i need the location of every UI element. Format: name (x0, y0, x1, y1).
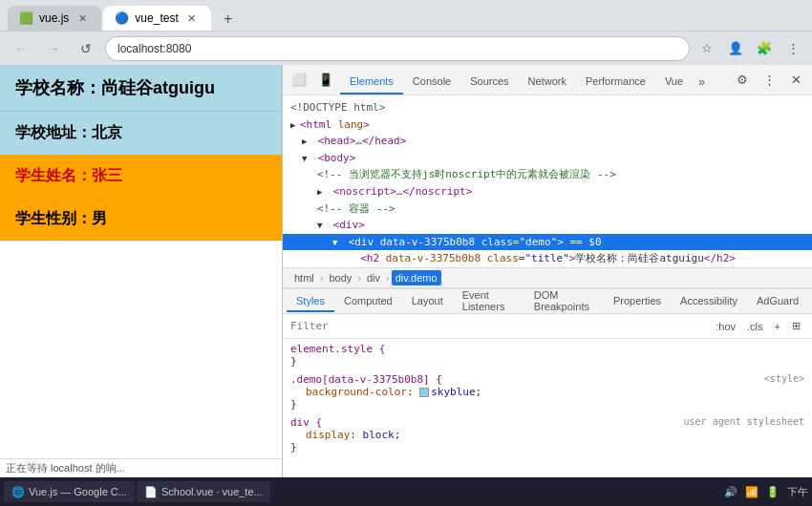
filter-actions: :hov .cls + ⊞ (712, 318, 804, 334)
taskbar-label-chrome: Vue.js — Google C... (29, 486, 127, 497)
tree-node-comment2: <!-- 容器 --> (283, 200, 812, 218)
sys-icon-sound[interactable]: 🔊 (724, 486, 737, 498)
tree-node-html[interactable]: ▶<html lang> (283, 116, 812, 134)
profile-icon[interactable]: 👤 (724, 37, 747, 60)
student-gender-label: 学生性别： (15, 210, 92, 226)
breadcrumb-body[interactable]: body (325, 270, 355, 285)
settings-icon[interactable]: ⋮ (781, 37, 804, 60)
extension-icon[interactable]: 🧩 (753, 37, 776, 60)
devtools-settings-button[interactable]: ⚙ (730, 68, 755, 93)
tree-node-div-outer[interactable]: ▼ <div> (283, 217, 812, 234)
more-tabs-button[interactable]: » (694, 69, 709, 95)
tab-network[interactable]: Network (519, 70, 576, 95)
taskbar-icon-chrome: 🌐 (11, 486, 25, 498)
tab-close-vuejs[interactable]: ✕ (75, 11, 90, 26)
device-toolbar-button[interactable]: 📱 (313, 68, 338, 93)
tree-node-doctype: <!DOCTYPE html> (283, 99, 812, 116)
tab-sources[interactable]: Sources (460, 70, 518, 95)
styles-tab-event-listeners[interactable]: Event Listeners (453, 285, 524, 318)
devtools-toolbar: ⬜ 📱 Elements Console Sources Network Per… (283, 65, 812, 95)
new-tab-button[interactable]: + (217, 8, 240, 31)
tab-favicon2: 🔵 (115, 11, 129, 25)
filter-add-button[interactable]: + (771, 319, 784, 334)
sys-icon-battery[interactable]: 🔋 (766, 486, 780, 498)
devtools-panel: ⬜ 📱 Elements Console Sources Network Per… (282, 65, 812, 506)
tab-bar: 🟩 vue.js ✕ 🔵 vue_test ✕ + (8, 0, 240, 31)
filter-cls-button[interactable]: .cls (743, 319, 767, 334)
tree-node-div-demo[interactable]: ▼ <div data-v-3375b0b8 class="demo"> == … (283, 234, 812, 251)
styles-filter-input[interactable] (290, 320, 708, 332)
student-gender-block: 学生性别：男 (0, 198, 282, 241)
reload-button[interactable]: ↺ (73, 35, 99, 62)
inspect-element-button[interactable]: ⬜ (287, 68, 311, 93)
html-tree: <!DOCTYPE html> ▶<html lang> ▶ <head>…</… (283, 95, 812, 267)
url-text: localhost:8080 (118, 42, 191, 55)
tab-performance[interactable]: Performance (576, 70, 655, 95)
tab-title: vue.js (39, 11, 69, 25)
styles-tab-adguard[interactable]: AdGuard (747, 291, 808, 312)
url-bar[interactable]: localhost:8080 (105, 36, 690, 61)
devtools-tabs: Elements Console Sources Network Perform… (340, 66, 728, 95)
styles-filter-bar: :hov .cls + ⊞ (283, 314, 812, 339)
bookmark-icon[interactable]: ☆ (695, 37, 718, 60)
styles-tab-styles[interactable]: Styles (287, 291, 334, 312)
taskbar-label-vscode: School.vue · vue_te... (161, 486, 263, 497)
tab-close-vuetest[interactable]: ✕ (184, 11, 200, 26)
tab-console[interactable]: Console (403, 70, 460, 95)
elements-panel: <!DOCTYPE html> ▶<html lang> ▶ <head>…</… (283, 95, 812, 506)
filter-expand-button[interactable]: ⊞ (788, 318, 804, 334)
demo-selector: .demo[data-v-3375b0b8] { (290, 373, 442, 386)
style-selector: element.style { (290, 343, 385, 355)
tab-vuetest[interactable]: 🔵 vue_test ✕ (103, 6, 210, 31)
tree-node-body[interactable]: ▼ <body> (283, 150, 812, 167)
student-gender-value: 男 (92, 210, 107, 226)
styles-content: element.style { } .demo[data-v-3375b0b8]… (283, 339, 812, 479)
devtools-settings: ⚙ ⋮ ✕ (730, 68, 808, 93)
styles-tab-dom-breakpoints[interactable]: DOM Breakpoints (524, 285, 604, 318)
status-text: 正在等待 localhost 的响... (6, 461, 125, 475)
school-address-value: 北京 (92, 124, 122, 140)
color-swatch[interactable] (419, 388, 429, 397)
taskbar: 🌐 Vue.js — Google C... 📄 School.vue · vu… (0, 477, 812, 506)
taskbar-icon-vscode: 📄 (144, 486, 158, 498)
div-prop-display: display: block; (290, 429, 804, 441)
school-address-label: 学校地址： (15, 124, 92, 140)
styles-tab-properties[interactable]: Properties (604, 291, 671, 312)
main-content: 学校名称：尚硅谷atguigu 学校地址：北京 学生姓名：张三 学生性别：男 ⬜… (0, 65, 812, 506)
tree-node-h2-title[interactable]: <h2 data-v-3375b0b8 class="title">学校名称：尚… (283, 250, 812, 267)
filter-hov-button[interactable]: :hov (712, 319, 739, 334)
taskbar-item-vscode[interactable]: 📄 School.vue · vue_te... (137, 481, 270, 502)
forward-button[interactable]: → (40, 35, 67, 62)
status-bar: 正在等待 localhost 的响... (0, 458, 282, 477)
styles-tab-computed[interactable]: Computed (334, 291, 402, 312)
style-rule-element: element.style { } (290, 343, 804, 368)
browser-chrome: 🟩 vue.js ✕ 🔵 vue_test ✕ + (0, 0, 812, 31)
taskbar-time: 下午 (787, 485, 808, 499)
demo-source: <style> (764, 373, 804, 384)
breadcrumb-html[interactable]: html (290, 270, 318, 285)
devtools-close-button[interactable]: ✕ (783, 68, 808, 93)
tree-node-head[interactable]: ▶ <head>…</head> (283, 133, 812, 150)
tree-node-comment1: <!-- 当浏览器不支持js时noscript中的元素就会被渲染 --> (283, 166, 812, 183)
breadcrumb-div[interactable]: div (363, 270, 384, 285)
back-button[interactable]: ← (8, 35, 34, 62)
school-address-block: 学校地址：北京 (0, 111, 282, 155)
tab-vuejs[interactable]: 🟩 vue.js ✕ (8, 6, 101, 31)
tree-node-noscript[interactable]: ▶ <noscript>…</noscript> (283, 183, 812, 200)
tab-elements[interactable]: Elements (340, 70, 403, 95)
tab-favicon: 🟩 (19, 11, 33, 25)
school-name-label: 学校名称： (15, 78, 101, 97)
styles-tab-layout[interactable]: Layout (402, 291, 453, 312)
styles-tab-accessibility[interactable]: Accessibility (671, 291, 747, 312)
student-name-label: 学生姓名： (15, 167, 92, 183)
style-rule-div: div { user agent stylesheet display: blo… (290, 416, 804, 453)
school-name-value: 尚硅谷atguigu (101, 78, 215, 97)
sys-icon-network[interactable]: 📶 (745, 486, 759, 498)
taskbar-item-chrome[interactable]: 🌐 Vue.js — Google C... (4, 481, 135, 502)
tab-vue[interactable]: Vue (655, 70, 693, 95)
address-bar: ← → ↺ localhost:8080 ☆ 👤 🧩 ⋮ (0, 31, 812, 65)
breadcrumb-div-demo[interactable]: div.demo (392, 270, 441, 285)
devtools-more-button[interactable]: ⋮ (757, 68, 781, 93)
student-name-block: 学生姓名：张三 (0, 155, 282, 198)
page-content: 学校名称：尚硅谷atguigu 学校地址：北京 学生姓名：张三 学生性别：男 (0, 65, 282, 506)
